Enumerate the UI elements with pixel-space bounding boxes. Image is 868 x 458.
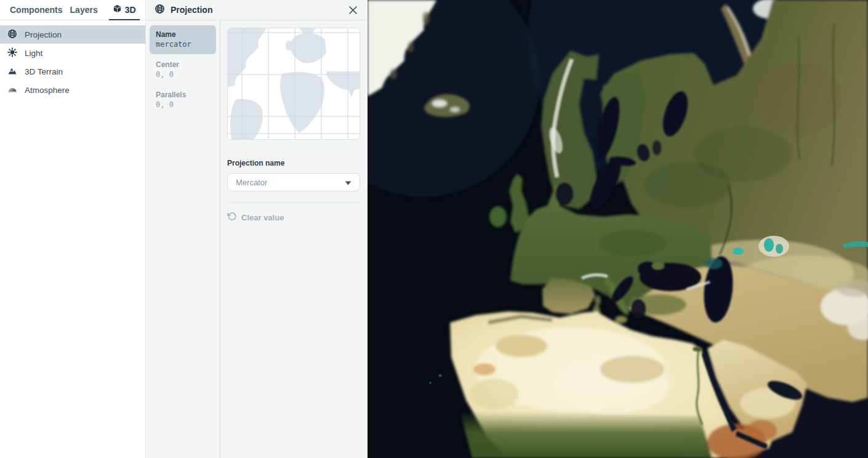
satellite-map <box>368 0 868 458</box>
property-value: mercator <box>156 39 210 50</box>
sidebar-item-label: Projection <box>25 30 62 39</box>
terrain-icon <box>7 66 17 78</box>
content-divider <box>227 202 361 203</box>
light-icon <box>7 47 17 59</box>
property-center[interactable]: Center 0, 0 <box>150 55 216 84</box>
property-list: Name mercator Center 0, 0 Parallels 0, 0 <box>146 20 220 458</box>
sidebar-item-3d-terrain[interactable]: 3D Terrain <box>0 62 145 81</box>
property-label: Center <box>156 60 210 70</box>
sidebar-item-label: 3D Terrain <box>25 67 63 76</box>
tab-layers[interactable]: Layers <box>66 0 102 20</box>
tab-3d[interactable]: 3D <box>109 0 140 20</box>
undo-icon <box>227 212 236 223</box>
panel-body: Name mercator Center 0, 0 Parallels 0, 0 <box>146 20 368 458</box>
sidebar-nav: Projection Light 3D Terrain Atmosphere <box>0 20 145 99</box>
projection-name-dropdown[interactable]: Mercator <box>227 173 360 191</box>
chevron-down-icon <box>345 177 352 188</box>
atmosphere-icon <box>7 84 17 96</box>
panel-title: Projection <box>171 5 347 15</box>
globe-icon <box>155 4 165 17</box>
sidebar-item-light[interactable]: Light <box>0 44 145 62</box>
dropdown-value: Mercator <box>236 178 345 187</box>
sidebar-item-projection[interactable]: Projection <box>0 25 145 44</box>
globe-icon <box>7 29 17 41</box>
panel-header: Projection <box>146 0 368 20</box>
tab-layers-label: Layers <box>70 5 98 15</box>
projection-name-label: Projection name <box>227 159 361 167</box>
property-label: Parallels <box>156 90 210 100</box>
sidebar-tabbar: Components Layers 3D <box>0 0 145 20</box>
property-name[interactable]: Name mercator <box>150 25 216 54</box>
map-canvas[interactable] <box>368 0 868 458</box>
property-value: 0, 0 <box>156 70 210 80</box>
property-parallels[interactable]: Parallels 0, 0 <box>150 86 216 114</box>
sidebar-item-atmosphere[interactable]: Atmosphere <box>0 81 145 99</box>
clear-value-button[interactable]: Clear value <box>227 212 361 223</box>
tab-components[interactable]: Components <box>6 0 66 20</box>
sidebar-item-label: Light <box>25 49 42 58</box>
tab-components-label: Components <box>10 5 63 15</box>
projection-panel: Projection Name mercator Center 0, 0 Par… <box>146 0 368 458</box>
sidebar: Components Layers 3D Projection <box>0 0 146 458</box>
panel-content: Projection name Mercator Clear value <box>220 20 368 458</box>
cube-3d-icon <box>113 4 122 15</box>
property-value: 0, 0 <box>156 100 210 110</box>
projection-preview-map <box>227 28 360 140</box>
tab-3d-label: 3D <box>125 5 136 15</box>
property-label: Name <box>156 30 210 39</box>
app-root: Components Layers 3D Projection <box>0 0 868 458</box>
sidebar-item-label: Atmosphere <box>25 86 70 95</box>
close-icon[interactable] <box>347 4 359 16</box>
clear-value-label: Clear value <box>241 213 284 222</box>
